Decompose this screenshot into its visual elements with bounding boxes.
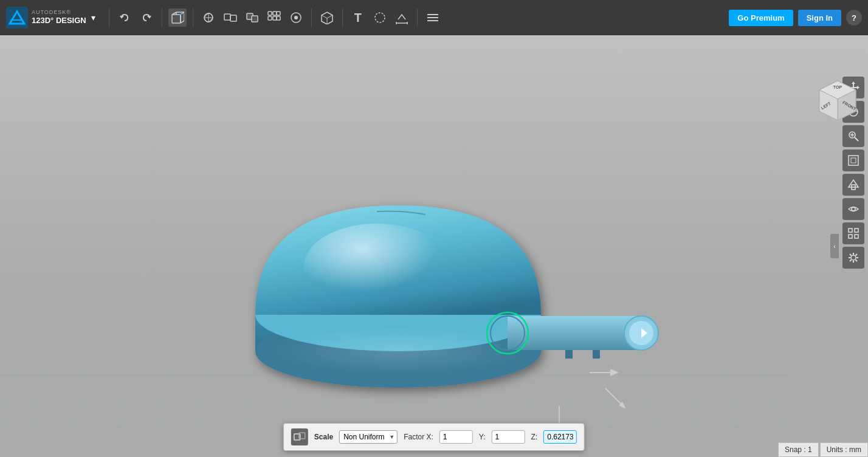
- svg-rect-83: [565, 350, 573, 359]
- scale-toolbar: Scale Uniform Non Uniform Factor X: Y: Z…: [283, 423, 585, 451]
- svg-line-126: [850, 260, 852, 262]
- svg-rect-13: [268, 12, 272, 15]
- layers-tool[interactable]: [424, 9, 442, 27]
- units-status[interactable]: Units : mm: [820, 442, 868, 457]
- svg-rect-16: [268, 16, 272, 20]
- svg-rect-109: [849, 156, 858, 165]
- group-tool[interactable]: [221, 9, 239, 27]
- autodesk-logo[interactable]: [6, 7, 28, 29]
- scale-mode-select[interactable]: Uniform Non Uniform: [339, 430, 398, 444]
- right-tools-panel: [839, 70, 868, 457]
- svg-point-20: [294, 16, 298, 19]
- svg-rect-114: [849, 228, 852, 232]
- svg-rect-15: [277, 12, 280, 15]
- zoom-tool[interactable]: [842, 125, 864, 147]
- divider-3: [193, 9, 193, 27]
- status-bar: Snap : 1 Units : mm: [778, 442, 868, 457]
- sign-in-button[interactable]: Sign In: [798, 10, 841, 26]
- factor-z-input[interactable]: [543, 430, 577, 444]
- svg-rect-12: [252, 16, 258, 22]
- undo-button[interactable]: [115, 9, 134, 27]
- svg-point-72: [304, 224, 450, 309]
- scale-label: Scale: [314, 433, 333, 441]
- snap-status[interactable]: Snap : 1: [778, 442, 819, 457]
- 3d-viewport[interactable]: TOP FRONT LEFT: [0, 35, 868, 457]
- transform-tool[interactable]: [199, 9, 218, 27]
- pattern-tool[interactable]: [265, 9, 283, 27]
- app-menu-dropdown[interactable]: ▾: [90, 12, 97, 24]
- factor-z-label: Z:: [531, 433, 538, 441]
- divider-5: [342, 9, 343, 27]
- text-tool[interactable]: T: [349, 9, 367, 27]
- divider-2: [162, 9, 162, 27]
- sketch-tool[interactable]: [371, 9, 389, 27]
- svg-rect-116: [849, 235, 852, 238]
- primitives-tool[interactable]: +: [168, 9, 187, 27]
- combine-tool[interactable]: [243, 9, 261, 27]
- svg-line-123: [850, 254, 852, 256]
- svg-rect-18: [277, 16, 280, 20]
- help-button[interactable]: ?: [846, 10, 862, 26]
- 3d-object-group: [255, 205, 541, 388]
- svg-rect-117: [855, 235, 858, 238]
- go-premium-button[interactable]: Go Premium: [729, 10, 793, 26]
- svg-marker-111: [849, 180, 858, 187]
- svg-rect-110: [851, 158, 856, 163]
- factor-y-input[interactable]: [492, 430, 525, 444]
- svg-line-23: [327, 15, 332, 18]
- svg-point-118: [851, 255, 856, 260]
- main-toolbar: AUTODESK® 123D° DESIGN ▾ +: [0, 0, 868, 35]
- svg-line-22: [322, 15, 327, 18]
- scene-canvas: [0, 35, 868, 457]
- divider-1: [109, 9, 109, 27]
- svg-point-113: [852, 207, 855, 211]
- svg-rect-17: [273, 16, 277, 20]
- svg-rect-14: [273, 12, 277, 15]
- view-cube[interactable]: TOP FRONT LEFT: [813, 78, 862, 126]
- svg-rect-115: [855, 228, 858, 232]
- factor-x-label: Factor X:: [404, 433, 433, 441]
- svg-text:TOP: TOP: [833, 85, 842, 89]
- scale-tool-icon: [291, 428, 308, 445]
- svg-line-125: [856, 254, 858, 256]
- factor-x-input[interactable]: [439, 430, 473, 444]
- grid-view-tool[interactable]: [842, 222, 864, 244]
- visibility-tool[interactable]: [842, 198, 864, 220]
- svg-text:+: +: [179, 12, 182, 17]
- svg-line-106: [855, 137, 858, 141]
- svg-point-25: [375, 13, 385, 22]
- settings-tool[interactable]: [842, 247, 864, 269]
- logo-area: AUTODESK® 123D° DESIGN ▾: [6, 7, 97, 29]
- svg-rect-9: [224, 14, 230, 20]
- nav-cube-tool[interactable]: [318, 9, 336, 27]
- app-name: AUTODESK® 123D° DESIGN: [32, 9, 86, 27]
- fit-to-screen-tool[interactable]: [842, 149, 864, 171]
- home-view-tool[interactable]: [842, 174, 864, 196]
- svg-rect-84: [593, 350, 600, 359]
- tweak-tool[interactable]: [287, 9, 305, 27]
- header-actions: Go Premium Sign In ?: [729, 10, 862, 26]
- divider-4: [311, 9, 312, 27]
- redo-button[interactable]: [137, 9, 156, 27]
- divider-6: [417, 9, 418, 27]
- panel-collapse-tab[interactable]: ‹: [830, 234, 839, 258]
- measure-tool[interactable]: [393, 9, 411, 27]
- svg-line-124: [856, 260, 858, 262]
- scale-mode-wrapper: Uniform Non Uniform: [339, 430, 398, 444]
- factor-y-label: Y:: [479, 433, 486, 441]
- svg-rect-10: [230, 15, 236, 21]
